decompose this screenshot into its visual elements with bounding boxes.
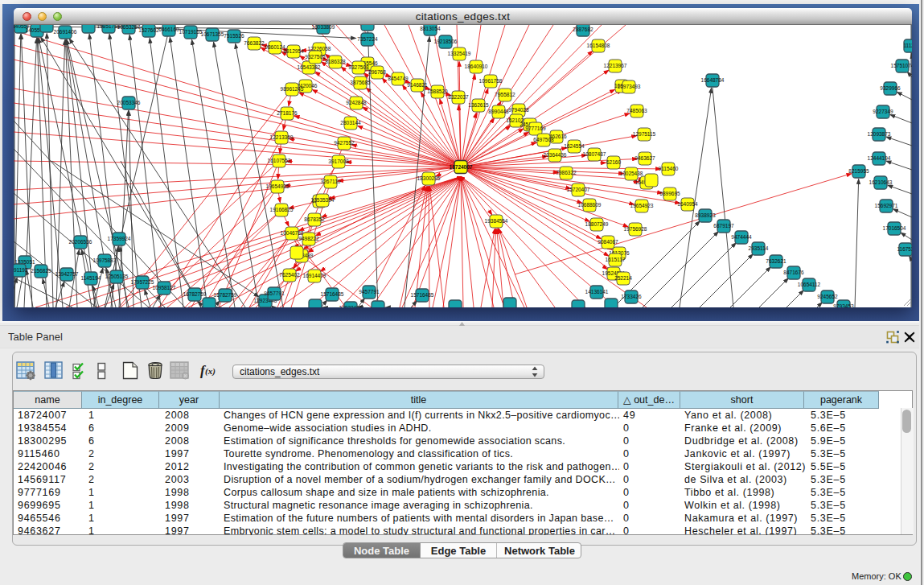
svg-text:15751074: 15751074 bbox=[891, 63, 912, 68]
svg-text:16782759: 16782759 bbox=[183, 291, 207, 297]
svg-text:18807249: 18807249 bbox=[585, 221, 609, 227]
svg-text:10719155: 10719155 bbox=[179, 29, 203, 35]
svg-text:1588520: 1588520 bbox=[427, 89, 448, 94]
svg-text:17016504: 17016504 bbox=[883, 225, 906, 231]
svg-text:16543382: 16543382 bbox=[298, 64, 321, 70]
svg-text:(x): (x) bbox=[205, 366, 216, 377]
svg-text:7357224: 7357224 bbox=[357, 36, 378, 42]
svg-text:11123: 11123 bbox=[903, 43, 912, 48]
svg-text:6899695: 6899695 bbox=[659, 191, 680, 196]
svg-text:62160: 62160 bbox=[606, 159, 621, 165]
svg-text:1640954: 1640954 bbox=[677, 201, 698, 207]
svg-text:10975887: 10975887 bbox=[93, 257, 117, 263]
svg-text:1362615: 1362615 bbox=[468, 102, 489, 108]
svg-text:116753: 116753 bbox=[897, 246, 912, 252]
svg-text:16107552: 16107552 bbox=[268, 158, 291, 163]
svg-text:19654935: 19654935 bbox=[266, 183, 290, 189]
svg-text:1615117: 1615117 bbox=[606, 257, 626, 262]
svg-text:10973493: 10973493 bbox=[618, 84, 641, 89]
svg-text:19218506: 19218506 bbox=[434, 39, 458, 44]
svg-text:9327505: 9327505 bbox=[305, 54, 326, 60]
svg-text:19166825: 19166825 bbox=[270, 207, 294, 212]
svg-text:20206536: 20206536 bbox=[69, 239, 92, 245]
svg-text:15720407: 15720407 bbox=[567, 187, 590, 192]
svg-text:8813054: 8813054 bbox=[420, 26, 441, 31]
svg-text:8990448: 8990448 bbox=[488, 109, 509, 114]
svg-text:19654923: 19654923 bbox=[630, 203, 654, 208]
svg-text:8678352: 8678352 bbox=[304, 216, 325, 222]
svg-text:16154808: 16154808 bbox=[587, 43, 610, 48]
svg-text:2935114: 2935114 bbox=[749, 245, 769, 251]
svg-text:10653287: 10653287 bbox=[117, 25, 141, 30]
svg-text:10046788: 10046788 bbox=[281, 230, 304, 236]
svg-text:9084067: 9084067 bbox=[598, 239, 618, 245]
svg-text:9457791: 9457791 bbox=[359, 289, 380, 295]
svg-text:16914479: 16914479 bbox=[303, 273, 326, 278]
svg-text:9245652: 9245652 bbox=[817, 294, 838, 299]
svg-text:20364436: 20364436 bbox=[544, 152, 567, 158]
svg-text:18724007: 18724007 bbox=[450, 164, 473, 170]
svg-text:9146821: 9146821 bbox=[407, 82, 428, 88]
svg-text:12093873: 12093873 bbox=[868, 131, 891, 137]
svg-text:8186328: 8186328 bbox=[325, 59, 346, 64]
svg-text:18300295: 18300295 bbox=[417, 175, 441, 181]
svg-text:6879197: 6879197 bbox=[713, 223, 734, 229]
svg-text:9227349: 9227349 bbox=[873, 109, 893, 114]
svg-text:252214: 252214 bbox=[614, 275, 632, 281]
svg-text:9463627: 9463627 bbox=[634, 155, 655, 161]
svg-text:16033809: 16033809 bbox=[312, 25, 335, 30]
svg-text:15716485: 15716485 bbox=[411, 292, 434, 298]
svg-text:12975115: 12975115 bbox=[633, 131, 656, 137]
svg-text:98961245: 98961245 bbox=[281, 86, 304, 92]
svg-text:8471676: 8471676 bbox=[783, 270, 804, 275]
svg-text:2156829: 2156829 bbox=[31, 268, 51, 274]
svg-text:7515526: 7515526 bbox=[224, 33, 244, 39]
svg-text:12823465: 12823465 bbox=[339, 305, 363, 307]
svg-text:12213967: 12213967 bbox=[604, 63, 627, 68]
svg-text:16782759: 16782759 bbox=[214, 292, 237, 298]
svg-text:19384554: 19384554 bbox=[485, 218, 508, 224]
svg-text:9794028: 9794028 bbox=[508, 107, 529, 113]
svg-text:296768: 296768 bbox=[368, 69, 386, 75]
svg-text:9327508: 9327508 bbox=[348, 64, 369, 70]
svg-text:10961758: 10961758 bbox=[479, 78, 503, 84]
svg-text:10671355: 10671355 bbox=[201, 31, 224, 37]
svg-text:6466160: 6466160 bbox=[158, 27, 179, 32]
svg-text:17957225: 17957225 bbox=[131, 279, 154, 285]
svg-text:18640910: 18640910 bbox=[465, 64, 488, 69]
svg-text:10025438: 10025438 bbox=[620, 171, 643, 176]
svg-text:13942757: 13942757 bbox=[55, 271, 79, 277]
svg-text:16648784: 16648784 bbox=[701, 77, 725, 83]
svg-text:391193: 391193 bbox=[14, 267, 28, 273]
svg-text:7632621: 7632621 bbox=[766, 258, 786, 264]
svg-text:17359924: 17359924 bbox=[108, 236, 131, 241]
svg-text:10688609: 10688609 bbox=[578, 202, 602, 208]
svg-text:20691406: 20691406 bbox=[54, 29, 77, 35]
svg-text:3917008: 3917008 bbox=[328, 159, 349, 164]
svg-text:9777169: 9777169 bbox=[525, 126, 546, 131]
svg-text:7986322: 7986322 bbox=[556, 170, 577, 175]
svg-text:7955812: 7955812 bbox=[495, 92, 515, 97]
svg-text:7485063: 7485063 bbox=[626, 108, 647, 113]
svg-text:9242848: 9242848 bbox=[346, 100, 367, 105]
svg-text:7625402: 7625402 bbox=[279, 272, 300, 278]
svg-text:8938923: 8938923 bbox=[695, 212, 716, 218]
svg-text:2803144: 2803144 bbox=[340, 120, 361, 126]
svg-text:7663822: 7663822 bbox=[244, 40, 265, 46]
svg-text:12213369: 12213369 bbox=[270, 134, 294, 140]
svg-text:19756928: 19756928 bbox=[624, 226, 647, 232]
svg-text:10654112: 10654112 bbox=[798, 282, 821, 287]
svg-text:1624554: 1624554 bbox=[564, 143, 585, 149]
svg-text:8912954: 8912954 bbox=[283, 48, 304, 54]
svg-text:15716485: 15716485 bbox=[321, 291, 344, 297]
svg-text:16210643: 16210643 bbox=[869, 179, 893, 185]
svg-text:9793453: 9793453 bbox=[833, 303, 854, 307]
svg-text:8454749: 8454749 bbox=[388, 76, 409, 81]
svg-text:8215955: 8215955 bbox=[848, 168, 869, 174]
svg-text:1733426: 1733426 bbox=[621, 294, 642, 299]
svg-text:1527602: 1527602 bbox=[138, 27, 159, 33]
svg-text:20053346: 20053346 bbox=[117, 100, 141, 105]
svg-text:9860124: 9860124 bbox=[265, 44, 285, 50]
svg-text:12505135: 12505135 bbox=[105, 274, 129, 279]
svg-text:10807487: 10807487 bbox=[583, 151, 606, 157]
